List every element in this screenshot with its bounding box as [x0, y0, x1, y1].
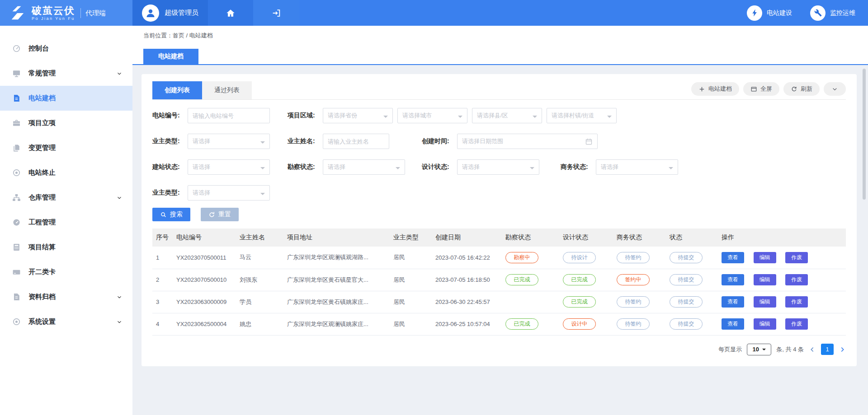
city-select[interactable]: 请选择城市 — [397, 108, 467, 123]
home-button[interactable] — [208, 0, 253, 26]
edit-button[interactable]: 编辑 — [754, 296, 776, 308]
edit-button[interactable]: 编辑 — [754, 318, 776, 330]
table-row: 4 YX2023062500004 姚忠 广东深圳龙华区观澜镇姚家庄... 居民… — [152, 313, 846, 335]
brand-logo-area: 破茧云伏 Po Jian Yun Fu 代理端 — [0, 0, 132, 26]
table-row: 3 YX2023063000009 学员 广东深圳龙华区黄石镇姚家庄... 居民… — [152, 291, 846, 313]
station-code-label: 电站编号: — [152, 112, 184, 120]
void-button[interactable]: 作废 — [785, 274, 808, 285]
build-status-select[interactable]: 请选择 — [188, 159, 270, 175]
user-menu[interactable]: 超级管理员 — [132, 0, 208, 26]
lightning-icon — [750, 9, 759, 17]
cell-address: 广东深圳龙华区观澜镇姚家庄... — [283, 313, 390, 335]
sitemap-icon — [12, 193, 21, 202]
cell-seq: 2 — [152, 269, 173, 291]
table-header-row: 序号 电站编号 业主姓名 项目地址 业主类型 创建日期 勘察状态 设计状态 商务… — [152, 228, 846, 247]
chevron-down-icon — [116, 294, 123, 300]
table-row: 2 YX2023070500010 刘强东 广东深圳龙华区黄石镇星官大... 居… — [152, 269, 846, 291]
design-status-select[interactable]: 请选择 — [457, 159, 539, 175]
logout-button[interactable] — [253, 0, 299, 26]
owner-type-select[interactable]: 请选择 — [188, 134, 270, 149]
nav-monitor-ops[interactable]: 监控运维 — [810, 5, 855, 21]
col-owner: 业主姓名 — [236, 228, 283, 247]
refresh-button[interactable]: 刷新 — [783, 82, 820, 96]
district-select[interactable]: 请选择县/区 — [472, 108, 542, 123]
sidebar-item-station-archive[interactable]: 电站建档 — [0, 86, 132, 111]
col-code: 电站编号 — [173, 228, 236, 247]
settings-icon — [12, 317, 21, 326]
logout-icon — [271, 8, 281, 18]
tab-passed-list[interactable]: 通过列表 — [202, 81, 252, 99]
sidebar-item-system-settings[interactable]: 系统设置 — [0, 309, 132, 334]
cell-design-status: 设计中 — [559, 313, 613, 335]
sidebar-item-warehouse-mgmt[interactable]: 仓库管理 — [0, 185, 132, 210]
business-status-select[interactable]: 请选择 — [596, 159, 678, 175]
caret-down-icon — [530, 167, 534, 172]
design-status-label: 设计状态: — [422, 163, 453, 171]
owner-name-input[interactable] — [323, 134, 389, 149]
brand-name: 破茧云伏 — [32, 5, 75, 16]
survey-status-select[interactable]: 请选择 — [323, 159, 405, 175]
owner-type2-select[interactable]: 请选择 — [188, 185, 270, 201]
pages-icon — [12, 144, 21, 152]
edit-button[interactable]: 编辑 — [754, 252, 776, 263]
cell-seq: 3 — [152, 291, 173, 313]
collapse-button[interactable] — [824, 82, 846, 96]
sidebar-item-project-initiation[interactable]: 项目立项 — [0, 111, 132, 135]
caret-down-icon — [260, 193, 265, 197]
town-select[interactable]: 请选择村镇/街道 — [547, 108, 617, 123]
void-button[interactable]: 作废 — [785, 296, 808, 308]
next-page-button[interactable] — [839, 346, 846, 353]
cell-survey-status: 勘察中 — [502, 247, 559, 269]
col-design: 设计状态 — [559, 228, 613, 247]
caret-down-icon — [260, 167, 265, 172]
sidebar-item-project-settlement[interactable]: 项目结算 — [0, 235, 132, 260]
add-station-button[interactable]: 电站建档 — [691, 82, 739, 96]
col-seq: 序号 — [152, 228, 173, 247]
prev-page-button[interactable] — [809, 346, 816, 353]
view-button[interactable]: 查看 — [722, 296, 744, 308]
sidebar-item-general-mgmt[interactable]: 常规管理 — [0, 61, 132, 86]
target-icon — [12, 168, 21, 177]
pagination: 每页显示 10 条, 共 4 条 1 — [152, 344, 846, 355]
edit-button[interactable]: 编辑 — [754, 274, 776, 285]
cell-status: 待提交 — [666, 269, 718, 291]
sidebar-item-change-mgmt[interactable]: 变更管理 — [0, 135, 132, 160]
sidebar-item-station-termination[interactable]: 电站终止 — [0, 160, 132, 185]
view-button[interactable]: 查看 — [722, 274, 744, 285]
cell-design-status: 已完成 — [559, 269, 613, 291]
owner-name-label: 业主姓名: — [288, 137, 319, 145]
status-badge: 待签约 — [617, 252, 650, 263]
home-icon — [226, 8, 236, 18]
per-page-select[interactable]: 10 — [747, 344, 771, 355]
scrollbar[interactable] — [863, 69, 866, 200]
total-count-label: 条, 共 4 条 — [776, 345, 804, 354]
brand-pinyin: Po Jian Yun Fu — [32, 16, 75, 21]
nav-station-build[interactable]: 电站建设 — [747, 5, 792, 21]
status-badge: 签约中 — [617, 274, 650, 285]
reset-button[interactable]: 重置 — [201, 208, 239, 221]
sidebar-item-data-archive[interactable]: 资料归档 — [0, 284, 132, 309]
view-button[interactable]: 查看 — [722, 318, 744, 330]
col-actions: 操作 — [718, 228, 846, 247]
cell-owner-type: 居民 — [390, 247, 432, 269]
nav-station-build-label: 电站建设 — [767, 9, 792, 17]
search-button[interactable]: 搜索 — [152, 208, 190, 221]
plus-icon — [698, 86, 705, 93]
cell-owner: 马云 — [236, 247, 283, 269]
cell-status: 待提交 — [666, 247, 718, 269]
sidebar-item-engineering-mgmt[interactable]: 工程管理 — [0, 210, 132, 235]
tab-create-list[interactable]: 创建列表 — [152, 81, 202, 99]
station-code-input[interactable] — [188, 108, 270, 123]
view-button[interactable]: 查看 — [722, 252, 744, 263]
page-tab-station-archive[interactable]: 电站建档 — [143, 49, 198, 64]
date-range-input[interactable]: 请选择日期范围 — [457, 134, 598, 149]
cell-address: 广东深圳龙华区观澜镇观湖路... — [283, 247, 390, 269]
void-button[interactable]: 作废 — [785, 252, 808, 263]
status-badge: 已完成 — [563, 274, 596, 285]
province-select[interactable]: 请选择省份 — [323, 108, 393, 123]
fullscreen-button[interactable]: 全屏 — [743, 82, 779, 96]
sidebar-item-type2-card[interactable]: 开二类卡 — [0, 260, 132, 284]
page-number-button[interactable]: 1 — [821, 344, 834, 355]
sidebar-item-console[interactable]: 控制台 — [0, 36, 132, 61]
void-button[interactable]: 作废 — [785, 318, 808, 330]
